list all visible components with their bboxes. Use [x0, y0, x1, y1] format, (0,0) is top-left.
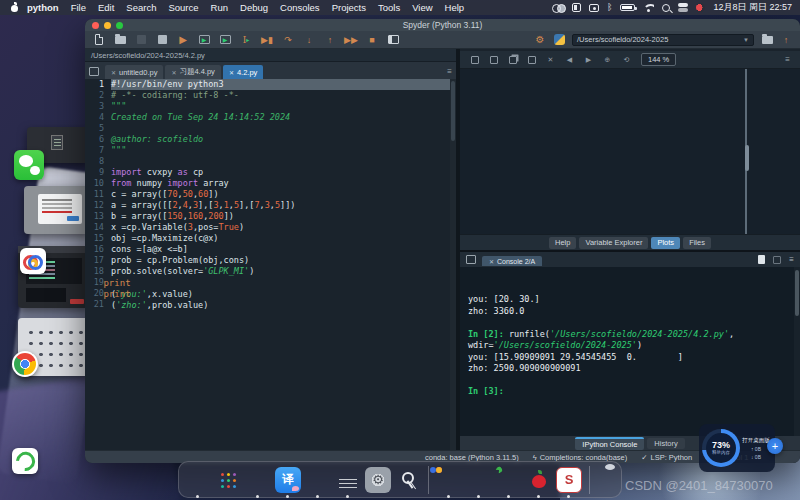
- previous-plot-icon[interactable]: ◀: [565, 55, 574, 64]
- remove-plot-icon[interactable]: [527, 55, 536, 64]
- menu-run[interactable]: Run: [211, 2, 228, 13]
- plots-options-menu-icon[interactable]: ≡: [785, 55, 790, 64]
- step-out-button[interactable]: ↑: [324, 34, 336, 46]
- browse-consoles-icon[interactable]: [466, 255, 476, 264]
- wifi-icon[interactable]: [643, 4, 654, 12]
- close-icon[interactable]: ✕: [111, 69, 116, 76]
- memory-gauge[interactable]: 73% 释放内存: [702, 429, 740, 467]
- chrome-badge-icon[interactable]: [12, 351, 38, 377]
- dock-finder[interactable]: [185, 467, 211, 493]
- menu-file[interactable]: File: [71, 2, 86, 13]
- console-options-menu-icon[interactable]: ≡: [789, 255, 794, 264]
- close-icon[interactable]: ✕: [489, 258, 494, 265]
- save-file-button[interactable]: [135, 34, 147, 46]
- menu-source[interactable]: Source: [168, 2, 198, 13]
- browse-tabs-icon[interactable]: [89, 67, 99, 76]
- menu-tools[interactable]: Tools: [378, 2, 400, 13]
- browse-directory-button[interactable]: [761, 34, 773, 46]
- parent-directory-button[interactable]: ↑: [780, 34, 792, 46]
- zoom-in-icon[interactable]: ⊕: [603, 55, 612, 64]
- editor-tab-4.2.py[interactable]: ✕4.2.py: [223, 65, 263, 79]
- save-all-button[interactable]: [156, 34, 168, 46]
- dock-preview[interactable]: [466, 467, 492, 493]
- panel-tab-plots[interactable]: Plots: [651, 237, 680, 249]
- rings-app-badge-icon[interactable]: [20, 248, 46, 274]
- dock-wechat[interactable]: [305, 467, 331, 493]
- plot-thumbnails-strip[interactable]: [747, 69, 800, 234]
- dock-settings[interactable]: ⚙: [365, 467, 391, 493]
- menubar-clock[interactable]: 12月8日 周日 22:57: [713, 1, 792, 14]
- control-center-icon[interactable]: [678, 3, 688, 12]
- dock-s-app[interactable]: S: [556, 467, 582, 493]
- dock-launchpad[interactable]: [215, 467, 241, 493]
- dock-keychain[interactable]: [395, 467, 421, 493]
- dock-notes[interactable]: [335, 467, 361, 493]
- recording-indicator-icon[interactable]: [696, 3, 705, 12]
- overlay-plus-button[interactable]: +: [767, 438, 783, 454]
- dock-green-ring[interactable]: [496, 467, 522, 493]
- continue-execution-button[interactable]: ▶▶: [345, 34, 357, 46]
- dock-trash[interactable]: [597, 467, 623, 493]
- window-thumbnail-dialog[interactable]: [24, 186, 90, 234]
- editor-tab-untitled0.py[interactable]: ✕untitled0.py: [105, 65, 163, 79]
- menu-projects[interactable]: Projects: [332, 2, 366, 13]
- menu-edit[interactable]: Edit: [98, 2, 114, 13]
- bluetooth-icon[interactable]: ᛒ: [607, 3, 612, 12]
- new-file-button[interactable]: [93, 34, 105, 46]
- bottom-tab-history[interactable]: History: [647, 438, 684, 449]
- console-output[interactable]: you: [20. 30.]zho: 3360.0In [2]: runfile…: [460, 267, 800, 436]
- code-editor[interactable]: 1#!/usr/bin/env python32# -*- codiarng: …: [85, 79, 456, 450]
- dock-red-apple[interactable]: [526, 467, 552, 493]
- run-cell-button[interactable]: ▶: [198, 34, 210, 46]
- next-plot-icon[interactable]: ▶: [584, 55, 593, 64]
- new-console-icon[interactable]: [758, 255, 765, 264]
- screenshot-icon[interactable]: [589, 4, 599, 12]
- panel-tab-variable-explorer[interactable]: Variable Explorer: [579, 237, 648, 249]
- bottom-tab-ipython-console[interactable]: IPython Console: [575, 437, 644, 450]
- wechat-badge-icon[interactable]: [14, 150, 44, 180]
- panel-tab-files[interactable]: Files: [683, 237, 711, 249]
- menu-search[interactable]: Search: [126, 2, 156, 13]
- lsp-status[interactable]: ✓LSP: Python: [641, 453, 692, 462]
- close-icon[interactable]: ✕: [229, 69, 234, 76]
- run-cell-advance-button[interactable]: ▶: [219, 34, 231, 46]
- battery-icon[interactable]: [620, 4, 635, 11]
- apple-menu-icon[interactable]: [10, 3, 19, 12]
- titlebar[interactable]: Spyder (Python 3.11): [85, 19, 800, 31]
- zoom-out-icon[interactable]: ⟲: [622, 55, 631, 64]
- preferences-wrench-icon[interactable]: ⚙: [534, 34, 546, 46]
- window-manager-icon[interactable]: [572, 3, 581, 12]
- interrupt-kernel-icon[interactable]: [773, 256, 781, 264]
- search-icon[interactable]: [662, 4, 670, 12]
- step-into-button[interactable]: ↓: [303, 34, 315, 46]
- dock-translate[interactable]: 译: [275, 467, 301, 493]
- green-ring-badge-icon[interactable]: [12, 448, 38, 474]
- active-app-name[interactable]: python: [27, 2, 59, 13]
- editor-options-menu-icon[interactable]: ≡: [447, 67, 452, 76]
- close-icon[interactable]: ✕: [171, 69, 176, 76]
- menu-help[interactable]: Help: [445, 2, 465, 13]
- menu-consoles[interactable]: Consoles: [280, 2, 320, 13]
- open-file-button[interactable]: [114, 34, 126, 46]
- memory-cleaner-overlay[interactable]: 73% 释放内存 打开桌面版 ↑ 0B ↓ 0B +: [699, 424, 775, 472]
- remove-all-plots-icon[interactable]: ✕: [546, 55, 555, 64]
- console-tab[interactable]: ✕Console 2/A: [482, 256, 542, 266]
- copy-plot-icon[interactable]: [508, 55, 517, 64]
- run-file-button[interactable]: ▶: [177, 34, 189, 46]
- save-all-plots-icon[interactable]: [489, 55, 498, 64]
- step-over-button[interactable]: ↷: [282, 34, 294, 46]
- menu-view[interactable]: View: [412, 2, 432, 13]
- panel-tab-help[interactable]: Help: [549, 237, 576, 249]
- input-source-icon[interactable]: [552, 4, 564, 12]
- working-directory-field[interactable]: /Users/scofieldo/2024-2025▼: [572, 34, 754, 46]
- console-scrollbar[interactable]: [794, 267, 800, 436]
- editor-scrollbar[interactable]: [450, 79, 456, 450]
- editor-tab-习题4.4.py[interactable]: ✕习题4.4.py: [165, 65, 220, 79]
- open-desktop-link[interactable]: 打开桌面版: [742, 437, 770, 444]
- run-selection-button[interactable]: I▸: [240, 34, 252, 46]
- save-plot-icon[interactable]: [470, 55, 479, 64]
- dock-rings[interactable]: [436, 467, 462, 493]
- dock-chrome[interactable]: [245, 467, 271, 493]
- stop-debug-button[interactable]: ■: [366, 34, 378, 46]
- debug-file-button[interactable]: ▶▮: [261, 34, 273, 46]
